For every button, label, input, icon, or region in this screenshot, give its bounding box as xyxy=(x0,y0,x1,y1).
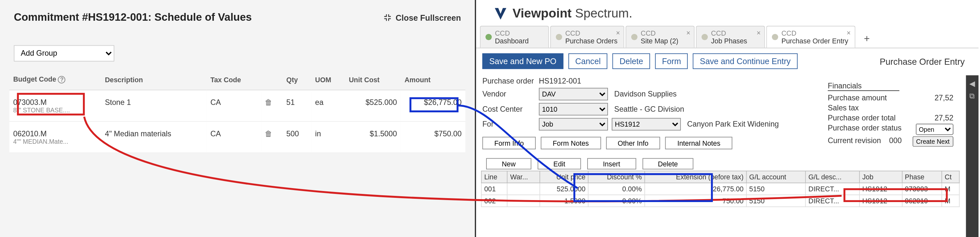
save-and-new-po-button[interactable]: Save and New PO xyxy=(482,54,563,69)
save-and-continue-button[interactable]: Save and Continue Entry xyxy=(693,54,797,69)
qty-cell[interactable]: 51 xyxy=(283,90,312,122)
grid-row[interactable]: 001525.00000.00%26,775.005150DIRECT...HS… xyxy=(481,183,959,195)
col-amount[interactable]: Amount xyxy=(401,69,465,90)
tab-purchase-order-entry[interactable]: CCDPurchase Order Entry× xyxy=(767,25,855,47)
col-uom[interactable]: UOM xyxy=(312,69,345,90)
vendor-select[interactable]: DAV xyxy=(539,88,608,101)
phase-cell[interactable]: 062010 xyxy=(902,195,942,207)
current-revision-value: 000 xyxy=(889,136,902,147)
unit-price-cell[interactable]: 525.0000 xyxy=(540,183,588,195)
new-tab-button[interactable]: + xyxy=(856,30,878,47)
tax-code-cell[interactable]: CA xyxy=(207,122,261,153)
grid-col-discount-[interactable]: Discount % xyxy=(588,171,644,183)
unit-cost-cell[interactable]: $525.000 xyxy=(345,90,401,122)
qty-cell[interactable]: 500 xyxy=(283,122,312,153)
unit-cost-cell[interactable]: $1.5000 xyxy=(345,122,401,153)
tab-label: Job Phases xyxy=(711,37,747,45)
cost-center-select[interactable]: 1010 xyxy=(539,103,608,115)
discount-cell[interactable]: 0.00% xyxy=(588,195,644,207)
tab-purchase-orders[interactable]: CCDPurchase Orders× xyxy=(550,25,625,47)
for-label: For xyxy=(482,120,539,129)
cancel-button[interactable]: Cancel xyxy=(568,54,608,69)
grid-col-unit-price[interactable]: Unit price xyxy=(540,171,588,183)
for-select[interactable]: Job xyxy=(539,118,608,131)
vendor-desc: Davidson Supplies xyxy=(614,90,677,98)
tab-close-icon[interactable]: × xyxy=(757,29,760,36)
sov-table: Budget Code? Description Tax Code Qty UO… xyxy=(10,69,465,153)
description-cell[interactable]: Stone 1 xyxy=(101,90,207,122)
tab-company: CCD xyxy=(711,30,747,37)
ct-cell[interactable]: M xyxy=(942,195,959,207)
grid-col-g-l-account[interactable]: G/L account xyxy=(746,171,806,183)
tab-dashboard[interactable]: CCDDashboard xyxy=(480,25,549,47)
job-select[interactable]: HS1912 xyxy=(612,118,681,131)
close-fullscreen-button[interactable]: Close Fullscreen xyxy=(383,13,461,22)
line-items-grid: LineWar...Unit priceDiscount %Extension … xyxy=(481,171,960,207)
vendor-label: Vendor xyxy=(482,90,539,98)
form-info-button[interactable]: Form Info xyxy=(482,137,536,150)
grid-col-war-[interactable]: War... xyxy=(508,171,540,183)
tab-status-icon xyxy=(702,34,708,40)
po-value: HS1912-001 xyxy=(539,77,581,85)
grid-edit-button[interactable]: Edit xyxy=(538,158,581,170)
ct-cell[interactable]: M xyxy=(942,183,959,195)
uom-cell[interactable]: in xyxy=(312,122,345,153)
side-panel-toggle[interactable]: ◀ ⧉ xyxy=(966,76,979,237)
internal-notes-button[interactable]: Internal Notes xyxy=(665,137,732,150)
unit-price-cell[interactable]: 1.5000 xyxy=(540,195,588,207)
form-notes-button[interactable]: Form Notes xyxy=(541,137,601,150)
budget-code-cell[interactable]: 062010.M4"" MEDIAN.Mate... xyxy=(10,122,101,153)
phase-cell[interactable]: 073003 xyxy=(902,183,942,195)
grid-col-ct[interactable]: Ct xyxy=(942,171,959,183)
grid-col-extension-before-tax-[interactable]: Extension (before tax) xyxy=(644,171,746,183)
job-cell[interactable]: HS1912 xyxy=(859,183,902,195)
tax-code-cell[interactable]: CA xyxy=(207,90,261,122)
description-cell[interactable]: 4" Median materials xyxy=(101,122,207,153)
add-group-select[interactable]: Add Group xyxy=(14,45,115,62)
grid-col-job[interactable]: Job xyxy=(859,171,902,183)
col-description[interactable]: Description xyxy=(101,69,207,90)
delete-button[interactable]: Delete xyxy=(612,54,650,69)
discount-cell[interactable]: 0.00% xyxy=(588,183,644,195)
col-unit-cost[interactable]: Unit Cost xyxy=(345,69,401,90)
help-icon[interactable]: ? xyxy=(58,76,65,83)
grid-new-button[interactable]: New xyxy=(486,158,531,170)
grid-insert-button[interactable]: Insert xyxy=(587,158,636,170)
tab-label: Site Map (2) xyxy=(641,37,678,45)
purchase-amount-value: 27,52 xyxy=(922,93,953,102)
collapse-icon xyxy=(383,13,392,22)
col-tax-code[interactable]: Tax Code xyxy=(207,69,261,90)
grid-row[interactable]: 0021.50000.00%750.005150DIRECT...HS19120… xyxy=(481,195,959,207)
job-desc: Canyon Park Exit Widening xyxy=(687,120,779,129)
gl-account-cell[interactable]: 5150 xyxy=(746,183,806,195)
financials-header: Financials xyxy=(828,82,899,91)
tab-close-icon[interactable]: × xyxy=(847,29,851,36)
table-row[interactable]: 073003.M8"" STONE BASE....Stone 1CA🗑51ea… xyxy=(10,90,465,122)
col-budget-code[interactable]: Budget Code? xyxy=(10,69,101,90)
grid-col-g-l-desc-[interactable]: G/L desc... xyxy=(806,171,859,183)
job-cell[interactable]: HS1912 xyxy=(859,195,902,207)
form-button[interactable]: Form xyxy=(655,54,688,69)
uom-cell[interactable]: ea xyxy=(312,90,345,122)
grid-col-phase[interactable]: Phase xyxy=(902,171,942,183)
grid-col-line[interactable]: Line xyxy=(481,171,507,183)
app-logo: Viewpoint Spectrum. xyxy=(476,0,978,25)
create-next-button[interactable]: Create Next xyxy=(912,136,953,147)
po-status-select[interactable]: Open xyxy=(916,124,953,135)
gl-account-cell[interactable]: 5150 xyxy=(746,195,806,207)
tab-job-phases[interactable]: CCDJob Phases× xyxy=(696,25,765,47)
delete-row-button[interactable]: 🗑 xyxy=(261,90,283,122)
table-row[interactable]: 062010.M4"" MEDIAN.Mate...4" Median mate… xyxy=(10,122,465,153)
col-qty[interactable]: Qty xyxy=(283,69,312,90)
tab-close-icon[interactable]: × xyxy=(616,29,620,36)
sales-tax-value xyxy=(922,104,953,112)
tab-site-map-2-[interactable]: CCDSite Map (2)× xyxy=(626,25,695,47)
amount-cell: $26,775.00 xyxy=(401,90,465,122)
other-info-button[interactable]: Other Info xyxy=(606,137,660,150)
delete-row-button[interactable]: 🗑 xyxy=(261,122,283,153)
grid-delete-button[interactable]: Delete xyxy=(642,158,694,170)
tab-close-icon[interactable]: × xyxy=(686,29,690,36)
budget-code-cell[interactable]: 073003.M8"" STONE BASE.... xyxy=(10,90,101,122)
po-label: Purchase order xyxy=(482,77,539,85)
cost-center-desc: Seattle - GC Division xyxy=(614,105,684,114)
